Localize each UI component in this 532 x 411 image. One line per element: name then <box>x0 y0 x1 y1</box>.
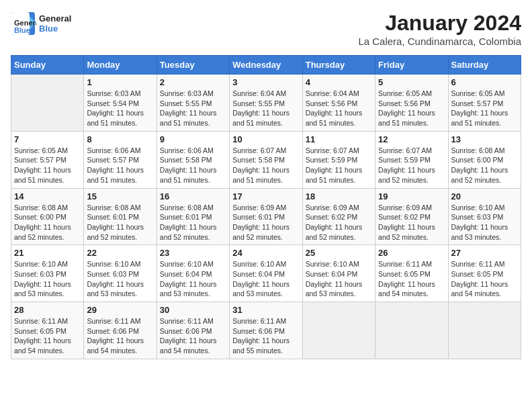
day-number: 8 <box>87 134 153 144</box>
calendar-cell: 12Sunrise: 6:07 AMSunset: 5:59 PMDayligh… <box>375 131 448 188</box>
day-number: 11 <box>306 134 372 144</box>
day-number: 29 <box>87 305 153 315</box>
day-number: 17 <box>232 191 299 201</box>
calendar-cell: 6Sunrise: 6:05 AMSunset: 5:57 PMDaylight… <box>448 75 521 132</box>
day-number: 2 <box>160 77 226 87</box>
day-info: Sunrise: 6:03 AMSunset: 5:54 PMDaylight:… <box>87 89 153 128</box>
title-section: January 2024 La Calera, Cundinamarca, Co… <box>358 11 521 47</box>
calendar-subtitle: La Calera, Cundinamarca, Colombia <box>358 36 521 47</box>
day-number: 16 <box>160 191 226 201</box>
day-info: Sunrise: 6:10 AMSunset: 6:03 PMDaylight:… <box>451 203 518 242</box>
day-info: Sunrise: 6:11 AMSunset: 6:06 PMDaylight:… <box>87 316 153 356</box>
day-info: Sunrise: 6:11 AMSunset: 6:06 PMDaylight:… <box>232 316 299 356</box>
day-info: Sunrise: 6:08 AMSunset: 6:01 PMDaylight:… <box>160 203 226 242</box>
day-number: 14 <box>14 191 81 201</box>
day-number: 20 <box>451 191 518 201</box>
calendar-cell: 7Sunrise: 6:05 AMSunset: 5:57 PMDaylight… <box>11 131 84 188</box>
weekday-header-row: SundayMondayTuesdayWednesdayThursdayFrid… <box>11 56 521 75</box>
calendar-cell: 26Sunrise: 6:11 AMSunset: 6:05 PMDayligh… <box>375 245 448 302</box>
calendar-cell: 24Sunrise: 6:10 AMSunset: 6:04 PMDayligh… <box>230 245 302 302</box>
day-info: Sunrise: 6:09 AMSunset: 6:02 PMDaylight:… <box>378 203 445 242</box>
week-row-2: 7Sunrise: 6:05 AMSunset: 5:57 PMDaylight… <box>11 131 521 188</box>
day-number: 27 <box>451 248 518 258</box>
day-number: 30 <box>160 305 226 315</box>
day-info: Sunrise: 6:07 AMSunset: 5:59 PMDaylight:… <box>306 146 372 185</box>
day-number: 1 <box>87 77 153 87</box>
day-info: Sunrise: 6:11 AMSunset: 6:05 PMDaylight:… <box>14 316 81 356</box>
day-number: 22 <box>87 248 153 258</box>
day-info: Sunrise: 6:04 AMSunset: 5:56 PMDaylight:… <box>306 89 372 128</box>
day-info: Sunrise: 6:03 AMSunset: 5:55 PMDaylight:… <box>160 89 226 128</box>
calendar-cell: 5Sunrise: 6:05 AMSunset: 5:56 PMDaylight… <box>375 75 448 132</box>
weekday-header-tuesday: Tuesday <box>157 56 229 75</box>
day-info: Sunrise: 6:11 AMSunset: 6:06 PMDaylight:… <box>160 316 226 356</box>
calendar-cell: 30Sunrise: 6:11 AMSunset: 6:06 PMDayligh… <box>157 302 229 359</box>
day-number: 25 <box>306 248 372 258</box>
day-info: Sunrise: 6:08 AMSunset: 6:00 PMDaylight:… <box>451 146 518 185</box>
calendar-cell: 2Sunrise: 6:03 AMSunset: 5:55 PMDaylight… <box>157 75 229 132</box>
page-header: General Blue General Blue January 2024 L… <box>11 11 521 47</box>
week-row-4: 21Sunrise: 6:10 AMSunset: 6:03 PMDayligh… <box>11 245 521 302</box>
day-number: 9 <box>160 134 226 144</box>
calendar-cell: 11Sunrise: 6:07 AMSunset: 5:59 PMDayligh… <box>302 131 375 188</box>
calendar-title: January 2024 <box>358 11 521 36</box>
week-row-3: 14Sunrise: 6:08 AMSunset: 6:00 PMDayligh… <box>11 188 521 245</box>
calendar-cell: 27Sunrise: 6:11 AMSunset: 6:05 PMDayligh… <box>448 245 521 302</box>
day-info: Sunrise: 6:10 AMSunset: 6:03 PMDaylight:… <box>14 259 81 299</box>
weekday-header-sunday: Sunday <box>11 56 84 75</box>
day-number: 23 <box>160 248 226 258</box>
week-row-1: 1Sunrise: 6:03 AMSunset: 5:54 PMDaylight… <box>11 75 521 132</box>
day-number: 4 <box>306 77 372 87</box>
day-info: Sunrise: 6:11 AMSunset: 6:05 PMDaylight:… <box>451 259 518 299</box>
calendar-cell: 17Sunrise: 6:09 AMSunset: 6:01 PMDayligh… <box>230 188 302 245</box>
calendar-cell: 14Sunrise: 6:08 AMSunset: 6:00 PMDayligh… <box>11 188 84 245</box>
day-info: Sunrise: 6:05 AMSunset: 5:56 PMDaylight:… <box>378 89 445 128</box>
logo-general: General <box>39 13 71 24</box>
calendar-cell: 9Sunrise: 6:06 AMSunset: 5:58 PMDaylight… <box>157 131 229 188</box>
day-number: 21 <box>14 248 81 258</box>
calendar-cell <box>302 302 375 359</box>
calendar-cell: 10Sunrise: 6:07 AMSunset: 5:58 PMDayligh… <box>230 131 302 188</box>
calendar-cell <box>375 302 448 359</box>
day-info: Sunrise: 6:11 AMSunset: 6:05 PMDaylight:… <box>378 259 445 299</box>
logo-blue: Blue <box>39 24 71 34</box>
calendar-cell: 28Sunrise: 6:11 AMSunset: 6:05 PMDayligh… <box>11 302 84 359</box>
calendar-cell: 3Sunrise: 6:04 AMSunset: 5:55 PMDaylight… <box>230 75 302 132</box>
calendar-cell <box>11 75 84 132</box>
day-info: Sunrise: 6:10 AMSunset: 6:03 PMDaylight:… <box>87 259 153 299</box>
calendar-cell: 25Sunrise: 6:10 AMSunset: 6:04 PMDayligh… <box>302 245 375 302</box>
weekday-header-friday: Friday <box>375 56 448 75</box>
day-number: 18 <box>306 191 372 201</box>
weekday-header-monday: Monday <box>84 56 157 75</box>
day-info: Sunrise: 6:10 AMSunset: 6:04 PMDaylight:… <box>232 259 299 299</box>
day-number: 28 <box>14 305 81 315</box>
day-info: Sunrise: 6:10 AMSunset: 6:04 PMDaylight:… <box>160 259 226 299</box>
calendar-cell: 18Sunrise: 6:09 AMSunset: 6:02 PMDayligh… <box>302 188 375 245</box>
day-number: 5 <box>378 77 445 87</box>
weekday-header-wednesday: Wednesday <box>230 56 302 75</box>
calendar-cell: 22Sunrise: 6:10 AMSunset: 6:03 PMDayligh… <box>84 245 157 302</box>
logo-icon: General Blue <box>11 11 36 36</box>
day-number: 15 <box>87 191 153 201</box>
calendar-cell: 16Sunrise: 6:08 AMSunset: 6:01 PMDayligh… <box>157 188 229 245</box>
day-number: 7 <box>14 134 81 144</box>
weekday-header-thursday: Thursday <box>302 56 375 75</box>
day-info: Sunrise: 6:09 AMSunset: 6:01 PMDaylight:… <box>232 203 299 242</box>
calendar-cell: 13Sunrise: 6:08 AMSunset: 6:00 PMDayligh… <box>448 131 521 188</box>
calendar-cell: 15Sunrise: 6:08 AMSunset: 6:01 PMDayligh… <box>84 188 157 245</box>
week-row-5: 28Sunrise: 6:11 AMSunset: 6:05 PMDayligh… <box>11 302 521 359</box>
day-info: Sunrise: 6:05 AMSunset: 5:57 PMDaylight:… <box>14 146 81 185</box>
calendar-cell: 29Sunrise: 6:11 AMSunset: 6:06 PMDayligh… <box>84 302 157 359</box>
day-info: Sunrise: 6:07 AMSunset: 5:59 PMDaylight:… <box>378 146 445 185</box>
calendar-cell: 1Sunrise: 6:03 AMSunset: 5:54 PMDaylight… <box>84 75 157 132</box>
day-info: Sunrise: 6:04 AMSunset: 5:55 PMDaylight:… <box>232 89 299 128</box>
day-number: 12 <box>378 134 445 144</box>
logo: General Blue General Blue <box>11 11 71 36</box>
weekday-header-saturday: Saturday <box>448 56 521 75</box>
day-info: Sunrise: 6:06 AMSunset: 5:57 PMDaylight:… <box>87 146 153 185</box>
day-info: Sunrise: 6:08 AMSunset: 6:00 PMDaylight:… <box>14 203 81 242</box>
day-info: Sunrise: 6:08 AMSunset: 6:01 PMDaylight:… <box>87 203 153 242</box>
calendar-cell: 4Sunrise: 6:04 AMSunset: 5:56 PMDaylight… <box>302 75 375 132</box>
calendar-cell: 19Sunrise: 6:09 AMSunset: 6:02 PMDayligh… <box>375 188 448 245</box>
day-number: 10 <box>232 134 299 144</box>
